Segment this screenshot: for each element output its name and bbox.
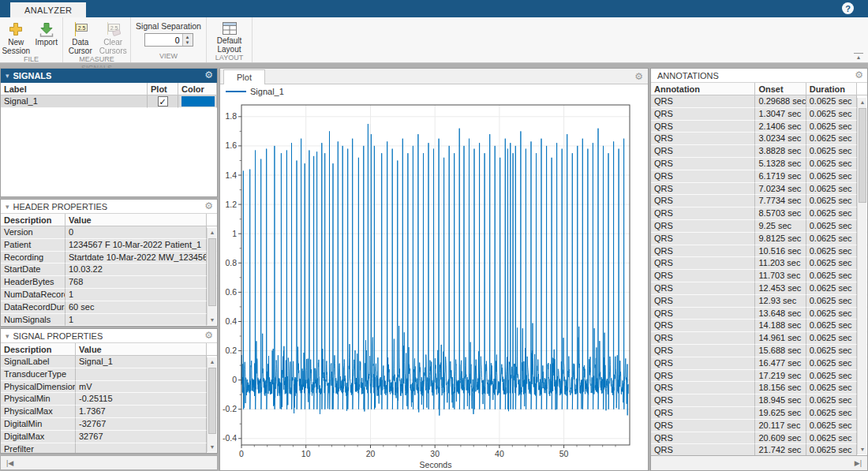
table-row[interactable]: PhysicalMax1.7367 <box>1 406 217 418</box>
spinner-down-icon[interactable]: ▼ <box>182 40 193 47</box>
annotations-col-spacer <box>857 83 867 95</box>
data-cursor-button[interactable]: 2.5 Data Cursor <box>65 20 96 55</box>
table-row[interactable]: QRS12.453 sec0.0625 sec <box>651 282 867 295</box>
table-row[interactable]: StartDate10.03.22 <box>1 264 217 276</box>
cell-onset: 8.5703 sec <box>755 207 806 220</box>
table-row[interactable]: QRS13.648 sec0.0625 sec <box>651 308 867 320</box>
scroll-down-icon[interactable]: ▼ <box>208 316 217 325</box>
table-row[interactable]: QRS14.188 sec0.0625 sec <box>651 320 867 332</box>
scroll-right-end-icon[interactable]: ▶| <box>855 459 862 467</box>
table-row[interactable]: QRS14.961 sec0.0625 sec <box>651 332 867 345</box>
table-row[interactable]: Version0 <box>1 226 217 239</box>
cell-value: Signal_1 <box>76 356 207 368</box>
table-row[interactable]: DigitalMin-32767 <box>1 418 217 431</box>
table-row[interactable]: QRS19.625 sec0.0625 sec <box>651 407 867 420</box>
signal-properties-gear-icon[interactable]: ⚙ <box>204 330 213 341</box>
cell-value <box>76 443 207 454</box>
plot-gear-icon[interactable]: ⚙ <box>634 71 643 82</box>
table-row[interactable]: QRS8.5703 sec0.0625 sec <box>651 207 867 220</box>
scroll-thumb[interactable] <box>208 368 216 434</box>
cell-duration: 0.0625 sec <box>806 158 857 170</box>
signals-gear-icon[interactable]: ⚙ <box>204 69 213 80</box>
help-icon[interactable]: ? <box>842 2 854 14</box>
table-row[interactable]: DigitalMax32767 <box>1 431 217 443</box>
collapse-header-properties-icon[interactable]: ▾ <box>6 203 9 211</box>
header-properties-gear-icon[interactable]: ⚙ <box>204 200 213 211</box>
table-row[interactable]: DataRecordDura...60 sec <box>1 301 217 314</box>
signal-row[interactable]: Signal_1✓ <box>1 95 217 108</box>
table-row[interactable]: Patient1234567 F 10-Mar-2022 Patient_1 <box>1 239 217 252</box>
scroll-up-icon[interactable]: ▲ <box>858 98 867 107</box>
collapse-signals-icon[interactable]: ▾ <box>6 72 9 80</box>
scroll-down-icon[interactable]: ▼ <box>858 445 867 454</box>
annotations-horizontal-scrollbar[interactable]: ▶| <box>651 455 867 470</box>
table-row[interactable]: RecordingStartdate 10-Mar-2022 MW_123456… <box>1 252 217 264</box>
scroll-thumb[interactable] <box>208 238 216 306</box>
scroll-up-icon[interactable]: ▲ <box>208 228 217 237</box>
table-row[interactable]: QRS9.25 sec0.0625 sec <box>651 220 867 233</box>
svg-text:1: 1 <box>232 229 237 238</box>
svg-text:0.8: 0.8 <box>225 258 237 267</box>
table-row[interactable]: QRS3.0234 sec0.0625 sec <box>651 133 867 145</box>
cell-description: PhysicalMax <box>1 406 76 418</box>
table-row[interactable]: QRS12.93 sec0.0625 sec <box>651 295 867 308</box>
collapse-ribbon-icon[interactable]: ▴ <box>854 53 863 61</box>
table-row[interactable]: QRS18.156 sec0.0625 sec <box>651 382 867 394</box>
annotations-gear-icon[interactable]: ⚙ <box>855 69 863 80</box>
table-row[interactable]: QRS6.1719 sec0.0625 sec <box>651 170 867 183</box>
table-row[interactable]: NumSignals1 <box>1 314 217 327</box>
table-row[interactable]: QRS21.742 sec0.0625 sec <box>651 444 867 455</box>
table-row[interactable]: QRS11.203 sec0.0625 sec <box>651 257 867 270</box>
table-row[interactable]: QRS18.945 sec0.0625 sec <box>651 394 867 407</box>
section-view: Signal Separation ▲ ▼ VIEW <box>131 17 207 62</box>
cell-duration: 0.0625 sec <box>806 220 857 233</box>
svg-text:0: 0 <box>232 375 237 384</box>
color-swatch[interactable] <box>181 96 215 107</box>
default-layout-button[interactable]: Default Layout <box>211 20 249 54</box>
table-row[interactable]: QRS1.3047 sec0.0625 sec <box>651 108 867 121</box>
table-row[interactable]: QRS0.29688 sec0.0625 sec <box>651 95 867 108</box>
table-row[interactable]: QRS17.219 sec0.0625 sec <box>651 370 867 383</box>
table-row[interactable]: PhysicalMin-0.25115 <box>1 393 217 406</box>
table-row[interactable]: QRS15.688 sec0.0625 sec <box>651 345 867 357</box>
signal-properties-scrollbar[interactable]: ▲ ▼ <box>207 357 216 452</box>
table-row[interactable]: HeaderBytes768 <box>1 276 217 289</box>
clear-cursors-button[interactable]: 2.5 Clear Cursors <box>98 20 129 55</box>
collapse-signal-properties-icon[interactable]: ▾ <box>6 332 9 340</box>
table-row[interactable]: QRS7.0234 sec0.0625 sec <box>651 183 867 196</box>
spinner-up-icon[interactable]: ▲ <box>182 34 193 40</box>
tab-analyzer[interactable]: ANALYZER <box>10 2 86 17</box>
table-row[interactable]: PhysicalDimensionmV <box>1 381 217 394</box>
header-properties-scrollbar[interactable]: ▲ ▼ <box>207 228 216 325</box>
scroll-thumb[interactable] <box>859 108 866 203</box>
table-row[interactable]: QRS11.703 sec0.0625 sec <box>651 270 867 282</box>
scroll-down-icon[interactable]: ▼ <box>208 443 217 452</box>
scroll-up-icon[interactable]: ▲ <box>208 357 217 367</box>
table-row[interactable]: NumDataRecords1 <box>1 289 217 301</box>
table-row[interactable]: Prefilter <box>1 443 217 454</box>
tab-plot[interactable]: Plot <box>223 69 265 84</box>
cell-description: Version <box>1 226 65 239</box>
table-row[interactable]: SignalLabelSignal_1 <box>1 356 217 368</box>
table-row[interactable]: QRS2.1406 sec0.0625 sec <box>651 121 867 133</box>
annotations-table: Annotation Onset Duration QRS0.29688 sec… <box>651 83 867 455</box>
table-row[interactable]: QRS3.8828 sec0.0625 sec <box>651 145 867 158</box>
svg-text:0.4: 0.4 <box>225 316 237 326</box>
new-session-button[interactable]: New Session <box>2 20 31 55</box>
scroll-left-end-icon[interactable]: |◀ <box>6 459 13 467</box>
table-row[interactable]: QRS20.117 sec0.0625 sec <box>651 420 867 432</box>
table-row[interactable]: QRS16.477 sec0.0625 sec <box>651 357 867 370</box>
cell-value: 10.03.22 <box>65 264 207 276</box>
table-row[interactable]: QRS5.1328 sec0.0625 sec <box>651 158 867 170</box>
annotations-scrollbar[interactable]: ▲ ▼ <box>857 98 866 454</box>
table-row[interactable]: QRS10.516 sec0.0625 sec <box>651 245 867 258</box>
default-layout-label: Default Layout <box>211 37 249 54</box>
signal-plot[interactable]: 01020304050-0.4-0.200.20.40.60.811.21.41… <box>220 98 649 471</box>
table-row[interactable]: QRS20.609 sec0.0625 sec <box>651 432 867 445</box>
import-button[interactable]: Import <box>32 20 62 47</box>
table-row[interactable]: QRS7.7734 sec0.0625 sec <box>651 195 867 207</box>
table-row[interactable]: QRS9.8125 sec0.0625 sec <box>651 233 867 245</box>
table-row[interactable]: TransducerType <box>1 368 217 381</box>
left-horizontal-scrollbar[interactable]: |◀ <box>0 455 218 470</box>
plot-checkbox[interactable]: ✓ <box>158 96 168 107</box>
